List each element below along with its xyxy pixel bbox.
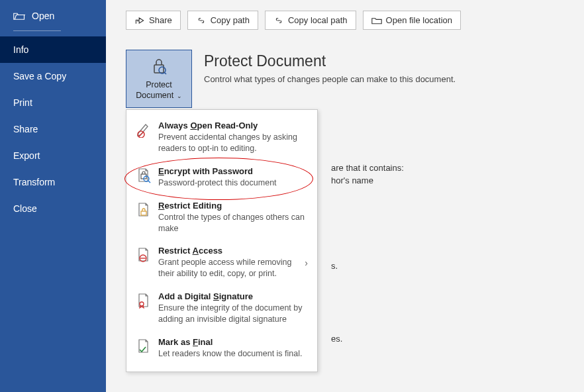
sidebar-item-export[interactable]: Export [0,142,106,169]
share-icon [134,16,145,25]
sidebar-item-close[interactable]: Close [0,195,106,222]
svg-line-7 [148,181,150,183]
protect-button-label: Protect Document ⌄ [136,79,182,101]
copy-local-path-button[interactable]: Copy local path [265,11,356,30]
background-text-2: hor's name [331,175,373,185]
menu-label: Restrict Access [158,246,298,256]
menu-sub: Prevent accidental changes by asking rea… [158,132,308,154]
menu-always-open-read-only[interactable]: Always Open Read-Only Prevent accidental… [126,115,317,161]
folder-icon [371,16,382,25]
section-title: Protect Document [204,52,456,70]
menu-label: Mark as Final [158,337,308,347]
background-text-4: es. [331,334,342,344]
link-icon [196,16,207,25]
file-prohibit-icon [136,246,152,279]
menu-label: Add a Digital Signature [158,291,308,301]
open-file-location-label: Open file location [386,15,452,25]
protect-heading-block: Protect Document Control what types of c… [204,50,456,84]
svg-rect-8 [141,211,146,215]
main-area: Share Copy path Copy local path Open fil… [106,0,584,392]
menu-add-digital-signature[interactable]: Add a Digital Signature Ensure the integ… [126,286,317,332]
copy-local-path-label: Copy local path [288,15,348,25]
file-lock-icon [136,201,152,234]
copy-path-label: Copy path [211,15,250,25]
menu-restrict-access[interactable]: Restrict Access Grant people access whil… [126,240,317,286]
sidebar-divider [13,30,61,31]
pencil-prohibit-icon [136,121,152,154]
link-icon [273,16,284,25]
lock-search-icon [136,166,152,189]
sidebar-item-info[interactable]: Info [0,36,106,63]
menu-sub: Password-protect this document [158,177,308,189]
lock-shield-icon [150,57,168,75]
background-text-1: are that it contains: [331,163,404,173]
sidebar-item-print[interactable]: Print [0,89,106,116]
menu-label: Encrypt with Password [158,166,308,176]
menu-label: Restrict Editing [158,201,308,211]
menu-sub: Control the types of changes others can … [158,212,308,234]
submenu-arrow-icon: › [305,258,308,268]
share-label: Share [149,15,172,25]
file-ribbon-icon [136,291,152,325]
toolbar: Share Copy path Copy local path Open fil… [106,0,584,38]
menu-sub: Let readers know the document is final. [158,348,308,360]
file-check-icon [136,337,152,360]
svg-line-2 [164,72,166,74]
sidebar-open-label: Open [32,11,54,21]
open-file-location-button[interactable]: Open file location [363,11,461,30]
menu-restrict-editing[interactable]: Restrict Editing Control the types of ch… [126,195,317,241]
menu-encrypt-with-password[interactable]: Encrypt with Password Password-protect t… [126,161,317,195]
protect-document-dropdown: Always Open Read-Only Prevent accidental… [126,109,318,372]
background-text-3: s. [331,261,338,271]
sidebar-open[interactable]: Open [0,4,106,30]
sidebar-item-save-a-copy[interactable]: Save a Copy [0,63,106,89]
sidebar-item-share[interactable]: Share [0,116,106,142]
sidebar-item-transform[interactable]: Transform [0,169,106,195]
copy-path-button[interactable]: Copy path [187,11,258,30]
svg-line-4 [139,132,144,137]
menu-label: Always Open Read-Only [158,121,308,130]
backstage-sidebar: Open Info Save a Copy Print Share Export… [0,0,106,392]
menu-sub: Grant people access while removing their… [158,257,298,279]
share-button[interactable]: Share [126,11,181,30]
info-content: Protect Document ⌄ Protect Document Cont… [106,38,584,108]
menu-sub: Ensure the integrity of the document by … [158,303,308,325]
folder-open-icon [13,11,25,21]
section-subtitle: Control what types of changes people can… [204,74,456,84]
protect-document-button[interactable]: Protect Document ⌄ [126,50,192,108]
menu-mark-as-final[interactable]: Mark as Final Let readers know the docum… [126,332,317,366]
chevron-down-icon: ⌄ [175,93,182,99]
